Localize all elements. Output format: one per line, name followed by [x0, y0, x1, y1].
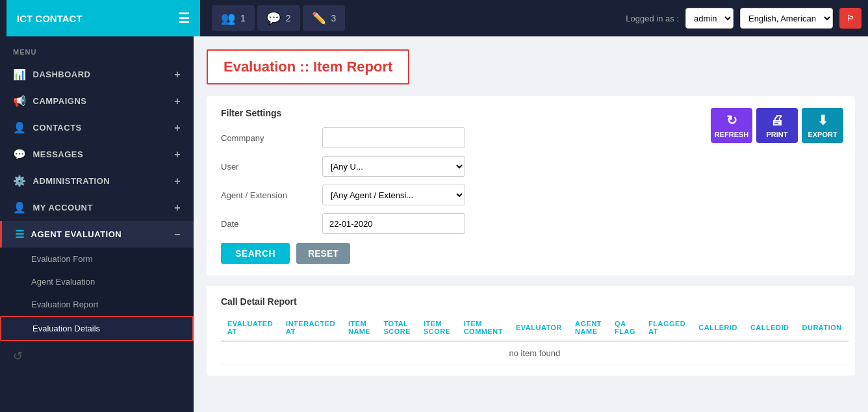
sidebar-item-my-account[interactable]: 👤 MY ACCOUNT + — [0, 194, 194, 221]
nav-tab-3[interactable]: ✏️ 3 — [303, 5, 346, 31]
messages-icon: 💬 — [13, 148, 27, 161]
nav-tabs: 👥 1 💬 2 ✏️ 3 — [205, 5, 620, 31]
no-item-text: no item found — [221, 341, 849, 365]
page-title: Evaluation :: Item Report — [223, 58, 392, 75]
agent-filter-select[interactable]: [Any Agent / Extensi... — [322, 185, 465, 205]
action-buttons: ↻ REFRESH 🖨 PRINT ⬇ EXPORT — [711, 108, 843, 143]
sidebar-item-label-administration: ADMINISTRATION — [33, 176, 110, 186]
campaigns-icon: 📢 — [13, 95, 27, 107]
dashboard-icon: 📊 — [13, 68, 27, 81]
col-flagged-at: FLAGGED AT — [642, 315, 692, 341]
dashboard-plus-icon: + — [174, 69, 181, 81]
date-input[interactable] — [322, 213, 465, 234]
page-title-box: Evaluation :: Item Report — [207, 49, 409, 84]
refresh-label: REFRESH — [715, 131, 749, 138]
sidebar-item-label-dashboard: DASHBOARD — [33, 70, 91, 79]
agent-evaluation-minus-icon: − — [174, 229, 181, 240]
sidebar-item-label-my-account: MY ACCOUNT — [33, 203, 93, 212]
sidebar-item-messages[interactable]: 💬 MESSAGES + — [0, 141, 194, 168]
sidebar-bottom-icon[interactable]: ↺ — [0, 341, 194, 371]
filter-row-agent: Agent / Extension [Any Agent / Extensi..… — [221, 185, 841, 205]
sidebar-sub-menu: Evaluation Form Agent Evaluation Evaluat… — [0, 248, 194, 341]
user-select[interactable]: admin — [685, 8, 734, 29]
administration-icon: ⚙️ — [13, 175, 27, 187]
nav-tab-3-icon: ✏️ — [312, 11, 326, 25]
export-icon: ⬇ — [817, 112, 828, 128]
search-button[interactable]: SEARCH — [221, 243, 290, 264]
nav-tab-2-icon: 💬 — [266, 11, 281, 25]
my-account-plus-icon: + — [174, 202, 181, 214]
brand-name: ICT CONTACT — [17, 13, 83, 24]
col-calledid: CALLEDID — [744, 315, 796, 341]
col-interacted-at: INTERACTED AT — [279, 315, 342, 341]
sidebar-item-label-agent-evaluation: AGENT EVALUATION — [31, 229, 122, 239]
sidebar-sub-agent-evaluation[interactable]: Agent Evaluation — [0, 270, 194, 293]
layout: MENU 📊 DASHBOARD + 📢 CAMPAIGNS + 👤 CONTA… — [0, 36, 868, 412]
col-total-score: TOTAL SCORE — [377, 315, 417, 341]
nav-tab-1-num: 1 — [240, 13, 246, 23]
filter-label-company: Commpany — [221, 133, 312, 143]
sidebar-sub-evaluation-details[interactable]: Evaluation Details — [0, 316, 194, 341]
main-content: Evaluation :: Item Report Filter Setting… — [194, 36, 868, 412]
col-qa-flag: QA FLAG — [608, 315, 642, 341]
col-callerid: CALLERID — [692, 315, 744, 341]
top-nav: ICT CONTACT ☰ 👥 1 💬 2 ✏️ 3 Logged in as … — [0, 0, 868, 36]
filter-buttons: SEARCH RESET — [221, 243, 841, 264]
nav-tab-2-num: 2 — [286, 13, 291, 23]
print-icon: 🖨 — [771, 113, 784, 128]
user-filter-select[interactable]: [Any U... — [322, 156, 465, 177]
sidebar-sub-evaluation-form[interactable]: Evaluation Form — [0, 248, 194, 270]
sidebar-sub-evaluation-report[interactable]: Evaluation Report — [0, 293, 194, 316]
table-header-row: EVALUATED AT INTERACTED AT ITEM NAME TOT… — [221, 315, 849, 341]
reset-button[interactable]: RESET — [296, 243, 350, 264]
sidebar-item-label-contacts: CONTACTS — [33, 123, 82, 133]
sidebar-item-dashboard[interactable]: 📊 DASHBOARD + — [0, 61, 194, 88]
export-label: EXPORT — [808, 131, 837, 138]
col-duration: DURATION — [796, 315, 849, 341]
nav-tab-2[interactable]: 💬 2 — [257, 5, 300, 31]
company-input[interactable] — [322, 127, 465, 148]
sidebar: MENU 📊 DASHBOARD + 📢 CAMPAIGNS + 👤 CONTA… — [0, 36, 194, 412]
sidebar-item-label-messages: MESSAGES — [33, 149, 84, 159]
contacts-plus-icon: + — [174, 122, 181, 134]
sidebar-menu-label: MENU — [0, 36, 194, 61]
nav-right: Logged in as : admin English, American 🏳 — [626, 8, 862, 29]
filter-label-user: User — [221, 162, 312, 172]
nav-tab-1-icon: 👥 — [221, 11, 235, 25]
print-label: PRINT — [767, 131, 788, 138]
col-agent-name: AGENT NAME — [568, 315, 608, 341]
sidebar-item-contacts[interactable]: 👤 CONTACTS + — [0, 114, 194, 141]
col-item-comment: ITEM COMMENT — [457, 315, 509, 341]
contacts-icon: 👤 — [13, 122, 27, 134]
agent-evaluation-icon: ☰ — [15, 228, 25, 240]
nav-tab-1[interactable]: 👥 1 — [212, 5, 255, 31]
my-account-icon: 👤 — [13, 201, 27, 214]
flag-button[interactable]: 🏳 — [839, 8, 862, 29]
language-select[interactable]: English, American — [740, 8, 833, 29]
filter-row-user: User [Any U... — [221, 156, 841, 177]
sidebar-item-agent-evaluation[interactable]: ☰ AGENT EVALUATION − — [0, 221, 194, 248]
administration-plus-icon: + — [174, 175, 181, 187]
refresh-button[interactable]: ↻ REFRESH — [711, 108, 752, 143]
nav-tab-3-num: 3 — [331, 13, 337, 23]
sidebar-item-campaigns[interactable]: 📢 CAMPAIGNS + — [0, 88, 194, 114]
export-button[interactable]: ⬇ EXPORT — [802, 108, 843, 143]
sidebar-item-administration[interactable]: ⚙️ ADMINISTRATION + — [0, 168, 194, 194]
filter-label-date: Date — [221, 219, 312, 229]
col-evaluator: EVALUATOR — [509, 315, 568, 341]
col-item-name: ITEM NAME — [342, 315, 377, 341]
filter-label-agent: Agent / Extension — [221, 190, 312, 200]
table-no-item-row: no item found — [221, 341, 849, 365]
col-item-score: ITEM SCORE — [417, 315, 457, 341]
report-table: EVALUATED AT INTERACTED AT ITEM NAME TOT… — [221, 315, 849, 365]
hamburger-icon[interactable]: ☰ — [178, 10, 190, 26]
logged-in-label: Logged in as : — [626, 14, 679, 23]
filter-section: Filter Settings ↻ REFRESH 🖨 PRINT ⬇ EXPO… — [207, 96, 855, 276]
print-button[interactable]: 🖨 PRINT — [756, 108, 798, 143]
report-title: Call Detail Report — [221, 296, 841, 307]
report-section: Call Detail Report EVALUATED AT INTERACT… — [207, 286, 855, 376]
sidebar-item-label-campaigns: CAMPAIGNS — [33, 96, 87, 106]
campaigns-plus-icon: + — [174, 96, 181, 107]
refresh-icon: ↻ — [726, 112, 737, 128]
messages-plus-icon: + — [174, 149, 181, 161]
